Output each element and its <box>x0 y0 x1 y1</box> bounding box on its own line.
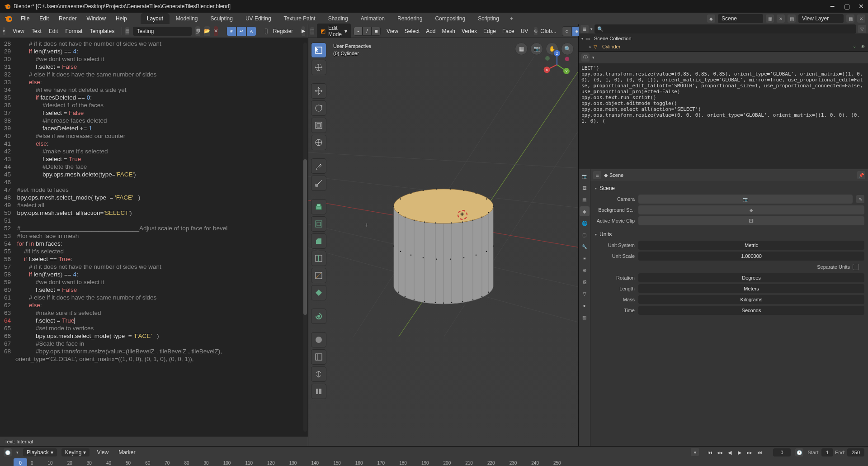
browse-text-icon[interactable]: ▤ <box>125 27 129 35</box>
playback-menu[interactable]: Playback ▾ <box>23 448 57 456</box>
code-editor[interactable]: 2829303132333435363738394041424344454647… <box>0 38 308 436</box>
prop-value[interactable]: Metric <box>638 241 864 250</box>
add-workspace-button[interactable]: + <box>505 13 518 24</box>
orientation-icon[interactable]: ⊕ <box>534 27 538 35</box>
tab-modeling[interactable]: Modeling <box>170 13 204 24</box>
viewport-menu-edge[interactable]: Edge <box>480 27 499 36</box>
collapse-icon[interactable]: ▾ <box>581 37 583 41</box>
menu-edit[interactable]: Edit <box>35 14 53 24</box>
tool-poly-build[interactable] <box>311 285 326 300</box>
clip-icon[interactable]: 🎞 <box>747 217 755 225</box>
tab-texture[interactable]: ▨ <box>580 312 590 322</box>
new-scene-button[interactable]: ▦ <box>766 14 774 23</box>
orientation-label[interactable]: Glob... <box>540 28 556 34</box>
outliner-collection-row[interactable]: ▾ ▭ Scene Collection <box>581 34 865 43</box>
3d-cursor[interactable] <box>458 210 467 220</box>
viewport-menu-add[interactable]: Add <box>423 27 439 36</box>
tool-inset-faces[interactable] <box>311 216 326 232</box>
prop-value[interactable]: Seconds <box>638 306 864 315</box>
viewport-menu-mesh[interactable]: Mesh <box>439 27 458 36</box>
viewport-menu-uv[interactable]: UV <box>518 27 532 36</box>
editor-type-icon[interactable]: 🕓 <box>4 448 12 456</box>
tab-particles[interactable]: ✴ <box>580 253 590 263</box>
outliner-filter-button[interactable]: ▽ <box>858 25 866 33</box>
panel-scene-header[interactable]: ▾ Scene <box>594 183 864 194</box>
jump-start-button[interactable]: ⏮ <box>705 448 714 457</box>
outliner-search[interactable]: 🔍 <box>594 24 856 33</box>
tool-loop-cut[interactable] <box>311 251 326 266</box>
tab-texture-paint[interactable]: Texture Paint <box>278 13 322 24</box>
preview-range-button[interactable]: 🕓 <box>795 448 803 456</box>
outliner-object-row[interactable]: ▸ ▽ Cylinder ▿ 👁 <box>581 43 865 51</box>
tool-annotate[interactable] <box>311 158 326 174</box>
tool-move[interactable] <box>311 83 326 99</box>
text-display-toggle[interactable]: # ↩ A <box>226 26 256 36</box>
menu-window[interactable]: Window <box>82 14 110 24</box>
nav-gizmo[interactable]: X Y Z <box>541 49 573 81</box>
playhead[interactable]: 0 <box>14 458 27 466</box>
tab-uv-editing[interactable]: UV Editing <box>239 13 278 24</box>
prop-value[interactable]: Separate Units <box>638 262 864 271</box>
delete-scene-button[interactable]: ✕ <box>777 14 785 23</box>
current-frame-field[interactable]: 0 <box>773 448 790 456</box>
edge-select-mode[interactable]: / <box>363 27 372 36</box>
visibility-icon[interactable]: 👁 <box>861 44 865 49</box>
viewport-menu-face[interactable]: Face <box>499 27 518 36</box>
tool-knife[interactable] <box>311 268 326 283</box>
keying-menu[interactable]: Keying ▾ <box>61 448 90 456</box>
unlink-text-button[interactable]: ✕ <box>214 26 218 36</box>
toggle-camera-view-button[interactable]: ▦ <box>515 43 528 55</box>
syntax-highlight-toggle[interactable]: A <box>246 26 256 36</box>
open-text-button[interactable]: 📂 <box>204 26 210 36</box>
tab-physics[interactable]: ⊕ <box>580 265 590 275</box>
viewport-menu-vertex[interactable]: Vertex <box>458 27 480 36</box>
close-button[interactable]: ✕ <box>858 3 864 10</box>
vertex-select-mode[interactable]: ▪ <box>354 27 363 36</box>
text-menu-edit[interactable]: Edit <box>45 27 62 36</box>
tool-transform[interactable] <box>311 135 326 150</box>
mesh-data-icon[interactable]: ▿ <box>854 44 856 49</box>
editor-type-icon[interactable]: ▾ <box>3 27 5 35</box>
play-reverse-button[interactable]: ◀ <box>725 448 734 457</box>
eyedropper-icon[interactable]: 📷 <box>741 195 750 203</box>
tab-object[interactable]: ▢ <box>580 230 590 240</box>
run-script-button[interactable]: ▶ <box>302 26 305 36</box>
tool-select-box[interactable] <box>311 43 326 58</box>
bg-scene-picker[interactable]: ◆ <box>638 205 864 214</box>
menu-file[interactable]: File <box>16 14 34 24</box>
editor-type-icon[interactable]: ≣ <box>580 25 589 33</box>
prop-value[interactable]: Meters <box>638 284 864 293</box>
text-menu-text[interactable]: Text <box>28 27 45 36</box>
tab-sculpting[interactable]: Sculpting <box>204 13 239 24</box>
tab-scene[interactable]: ◆ <box>580 206 590 216</box>
text-menu-templates[interactable]: Templates <box>86 27 118 36</box>
word-wrap-toggle[interactable]: ↩ <box>236 26 246 36</box>
text-menu-view[interactable]: View <box>9 27 28 36</box>
separate-units-checkbox[interactable] <box>853 264 859 270</box>
show-linenum-toggle[interactable]: # <box>226 26 236 36</box>
editor-type-icon[interactable]: ⬚ <box>310 27 314 35</box>
tab-viewlayer[interactable]: ▤ <box>580 195 590 204</box>
tool-extrude-region[interactable] <box>311 199 326 214</box>
tab-modifier[interactable]: 🔧 <box>580 242 590 252</box>
panel-units-header[interactable]: ▾ Units <box>594 229 864 240</box>
viewport-menu-view[interactable]: View <box>383 27 401 36</box>
tool-rotate[interactable] <box>311 100 326 116</box>
minimize-button[interactable]: ━ <box>829 3 835 10</box>
timeline-dropdown[interactable]: ▾ <box>16 450 19 455</box>
tool-smooth[interactable] <box>311 332 326 347</box>
tool-shrink-fatten[interactable] <box>311 366 326 382</box>
shading-wireframe[interactable]: ○ <box>562 26 572 36</box>
prop-value[interactable]: Kilograms <box>638 295 864 304</box>
tool-rip-region[interactable] <box>311 384 326 399</box>
collapse-icon[interactable]: ▾ <box>595 233 597 237</box>
tab-render[interactable]: 📷 <box>580 171 590 181</box>
pin-button[interactable]: 📌 <box>857 171 865 179</box>
prop-value[interactable]: Degrees <box>638 273 864 282</box>
maximize-button[interactable]: ▢ <box>844 3 850 10</box>
editor-type-icon[interactable]: ⓘ <box>581 53 590 62</box>
timeline-view-menu[interactable]: View <box>94 448 111 457</box>
tool-spin[interactable] <box>311 309 326 324</box>
tab-scripting[interactable]: Scripting <box>472 13 505 24</box>
register-checkbox[interactable] <box>265 28 268 34</box>
